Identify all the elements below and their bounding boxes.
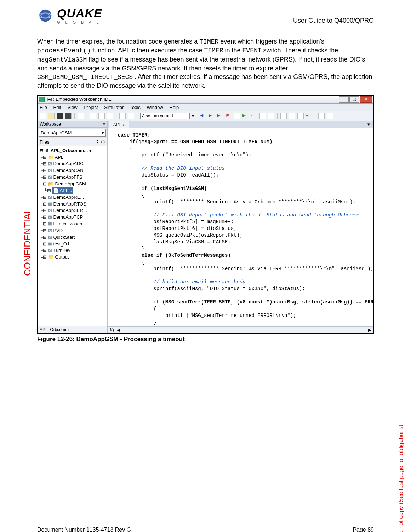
scroll-left-icon[interactable]: ◀ — [117, 328, 120, 332]
confidential-stamp: CONFIDENTIAL — [22, 208, 33, 276]
debug-arrow-icon[interactable]: ▶ — [209, 113, 215, 119]
body-paragraph: When the timer expires, the foundation c… — [37, 37, 374, 90]
toolbar-separator — [74, 113, 75, 119]
tab-dropdown-icon[interactable]: ▾ — [365, 121, 372, 128]
toolbar-separator — [197, 113, 197, 119]
tree-folder[interactable]: ├⊞ ⊠ test_OJ — [40, 241, 106, 248]
code-line: if (lastMsgSentViaGSM) — [118, 186, 207, 191]
menu-edit[interactable]: Edit — [53, 105, 61, 110]
app-icon — [39, 97, 45, 102]
save-all-icon[interactable] — [65, 113, 72, 119]
files-config-icon[interactable]: ⋮ ⚙ — [95, 139, 105, 145]
tree-folder[interactable]: ├⊞ ⊠ DemoAppTCP — [40, 214, 106, 221]
tree-folder[interactable]: ├⊞ ⊠ DemoAppRE... — [40, 194, 106, 201]
doc-number: Document Number 1135-4713 Rev G — [37, 527, 131, 532]
redo-icon[interactable] — [128, 113, 134, 119]
menubar: File Edit View Project Simulator Tools W… — [38, 104, 373, 111]
debug-arrow-icon[interactable]: ▶ — [217, 113, 223, 119]
toolbar-separator — [87, 113, 87, 119]
brand-logo: QUAKE G L O B A L — [37, 6, 102, 24]
save-icon[interactable] — [57, 113, 63, 119]
menu-tools[interactable]: Tools — [130, 105, 141, 110]
tree-folder[interactable]: ├⊟ 📂 DemoAppGSM — [40, 181, 106, 187]
menu-file[interactable]: File — [40, 105, 47, 110]
inline-code: processEvent() — [37, 47, 91, 54]
paste-icon[interactable] — [107, 113, 113, 119]
tree-folder[interactable]: ├⊞ ⊠ TurnKey — [40, 247, 106, 254]
tool-icon[interactable] — [327, 113, 333, 119]
tree-folder[interactable]: ├⊞ ⊠ DemoAppCAN — [40, 167, 106, 174]
toolbar-separator — [116, 113, 116, 119]
workspace-label: Workspace — [40, 122, 61, 127]
scroll-right-icon[interactable]: ▶ — [368, 328, 371, 332]
run-icon[interactable]: ▶ — [242, 113, 249, 119]
step-icon[interactable]: ➪ — [251, 113, 257, 119]
menu-simulator[interactable]: Simulator — [104, 105, 124, 110]
tool-icon[interactable] — [280, 113, 287, 119]
tool-icon[interactable] — [268, 113, 274, 119]
workspace-dropdown[interactable]: DemoAppGSM ▾ — [39, 129, 106, 137]
tool-icon[interactable] — [297, 113, 304, 119]
code-line: { — [118, 192, 144, 198]
window-title: IAR Embedded Workbench IDE — [47, 97, 112, 102]
code-editor[interactable]: case TIMER: if(qMsg->prm1 == GSM_DEMO_GS… — [108, 128, 373, 326]
figure-caption: Figure 12-26: DemoAppGSM - Processing a … — [37, 336, 374, 343]
undo-icon[interactable] — [119, 113, 126, 119]
code-line: osiReportPkt[5] = msgNum++; — [118, 219, 234, 225]
code-line: MSG_queueOsiPkt(osiReportPkt); — [118, 232, 242, 238]
close-button[interactable]: ✕ — [360, 96, 372, 103]
tool-icon[interactable] — [289, 113, 295, 119]
code-line: if(qMsg->prm1 == GSM_DEMO_GSM_TIMEOUT_TI… — [118, 139, 272, 145]
code-line: { — [118, 259, 144, 265]
search-dropdown-icon[interactable]: ▾ — [192, 114, 194, 118]
brand-name: QUAKE — [57, 6, 102, 20]
tree-folder[interactable]: ├⊞ ⊠ PVD — [40, 227, 106, 234]
inline-code: EVENT — [242, 47, 262, 54]
code-comment: // Read the DIO input status — [118, 166, 224, 171]
confidential-note: Information classified Confidential - Do… — [398, 424, 405, 532]
function-indicator: f() — [110, 328, 114, 332]
tree-file-selected[interactable]: │ └⊞ 📄 APL.c — [40, 187, 106, 194]
print-icon[interactable] — [78, 113, 84, 119]
open-file-icon[interactable] — [48, 113, 55, 119]
toolbar-search-input[interactable] — [140, 113, 190, 119]
panel-close-icon[interactable]: × — [103, 122, 105, 127]
inline-code: GSM_DEMO_GSM_TIMEOUT_SECS — [37, 74, 133, 81]
tree-folder[interactable]: ├⊞ 📁 APL — [40, 154, 106, 161]
editor-tab[interactable]: APL.c — [109, 121, 129, 128]
toggle-icon[interactable] — [234, 113, 240, 119]
code-line: lastMsgSentViaGSM = FALSE; — [118, 239, 230, 245]
para-text: When the timer expires, the foundation c… — [37, 38, 199, 45]
cut-icon[interactable] — [90, 113, 96, 119]
tree-folder[interactable]: ├⊞ ⊠ Hitachi_zosen — [40, 221, 106, 227]
tool-icon[interactable] — [318, 113, 325, 119]
tree-folder[interactable]: ├⊞ ⊠ DemoAppFFS — [40, 174, 106, 181]
menu-help[interactable]: Help — [169, 105, 179, 110]
code-line: dioStatus = DIO_readAll(); — [118, 172, 219, 178]
tree-folder[interactable]: └⊞ 📁 Output — [40, 254, 106, 261]
inline-code: TIMER — [204, 47, 223, 54]
toolbar: ▾ ◀ ▶ ▶ ⚑ ▶ ➪ ● — [38, 111, 373, 121]
copy-icon[interactable] — [98, 113, 105, 119]
menu-window[interactable]: Window — [147, 105, 163, 110]
page-header: QUAKE G L O B A L User Guide to Q4000/QP… — [37, 6, 374, 27]
menu-project[interactable]: Project — [84, 105, 98, 110]
tool-icon[interactable] — [259, 113, 266, 119]
maximize-button[interactable]: ▢ — [349, 96, 359, 103]
stop-icon[interactable]: ● — [306, 113, 312, 119]
menu-view[interactable]: View — [68, 105, 78, 110]
debug-arrow-icon[interactable]: ◀ — [200, 113, 206, 119]
code-line: } — [118, 246, 144, 251]
code-line: } — [118, 319, 156, 325]
tree-folder[interactable]: ├⊞ ⊠ DemoAppSER... — [40, 207, 106, 214]
workspace-status-tab[interactable]: APL_Orbcomm — [38, 326, 107, 333]
project-tree[interactable]: ⊟ 🗎 APL_Orbcomm... ▾ ├⊞ 📁 APL ├⊞ ⊠ DemoA… — [38, 146, 107, 326]
minimize-button[interactable]: — — [339, 96, 349, 103]
tree-folder[interactable]: ├⊞ ⊠ DemoAppRTOS — [40, 201, 106, 208]
tree-root[interactable]: ⊟ 🗎 APL_Orbcomm... ▾ — [40, 148, 106, 154]
new-file-icon[interactable] — [40, 113, 46, 119]
bookmark-icon[interactable]: ⚑ — [226, 113, 232, 119]
tree-folder[interactable]: ├⊞ ⊠ DemoAppADC — [40, 161, 106, 167]
tree-folder[interactable]: ├⊞ ⊠ QuickStart — [40, 234, 106, 241]
document-title: User Guide to Q4000/QPRO — [293, 17, 374, 24]
